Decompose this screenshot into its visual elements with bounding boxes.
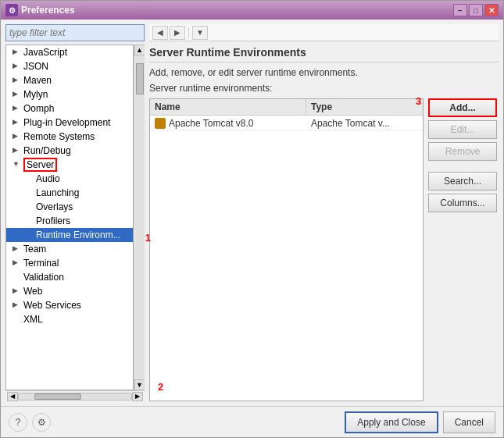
table-body: Apache Tomcat v8.0Apache Tomcat v... xyxy=(150,116,423,131)
tree-item-runtime-env[interactable]: Runtime Environm... xyxy=(6,228,133,242)
tree-label: Mylyn xyxy=(23,89,48,100)
maximize-button[interactable]: □ xyxy=(469,4,483,16)
tree-label: JSON xyxy=(23,61,48,72)
tree-arrow: ▶ xyxy=(13,62,22,71)
back-button[interactable]: ◀ xyxy=(152,26,168,40)
tree-item-profilers[interactable]: Profilers xyxy=(6,214,133,228)
window-title: Preferences xyxy=(21,5,453,16)
search-button[interactable]: Search... xyxy=(428,172,497,191)
panel-sub-label: Server runtime environments: xyxy=(149,83,499,94)
nav-toolbar: ◀ ▶ ▼ xyxy=(149,24,499,41)
tree-arrow: ▶ xyxy=(13,132,22,141)
tree-item-terminal[interactable]: ▶Terminal xyxy=(6,256,133,270)
tree-arrow: ▶ xyxy=(13,104,22,113)
tree-label: Team xyxy=(23,244,46,255)
action-buttons: Add... Edit... Remove Search... Columns.… xyxy=(428,98,499,212)
tree-label: Web Services xyxy=(23,300,81,311)
tree-item-maven[interactable]: ▶Maven xyxy=(6,73,133,87)
tree-item-javascript[interactable]: ▶JavaScript xyxy=(6,45,133,59)
minimize-button[interactable]: − xyxy=(453,4,467,16)
cancel-button[interactable]: Cancel xyxy=(443,411,495,433)
tree-item-xml[interactable]: XML xyxy=(6,312,133,326)
tree-item-server[interactable]: ▼Server xyxy=(6,158,133,172)
preferences-window: ⚙ Preferences − □ ✕ ▶JavaScript▶JSON▶Mav… xyxy=(0,0,504,438)
vertical-scrollbar[interactable]: ▲ ▼ xyxy=(134,45,145,390)
tree-label: Web xyxy=(23,286,42,297)
tree-label: Runtime Environm... xyxy=(36,230,121,240)
nav-dropdown-button[interactable]: ▼ xyxy=(192,26,208,40)
runtime-table: Name Type Apache Tomcat v8.0Apache Tomca… xyxy=(149,98,424,401)
col-name: Name xyxy=(150,99,306,115)
table-row[interactable]: Apache Tomcat v8.0Apache Tomcat v... xyxy=(150,116,423,131)
tree-item-overlays[interactable]: Overlays xyxy=(6,200,133,214)
scroll-down-button[interactable]: ▼ xyxy=(134,379,145,390)
row-name-text: Apache Tomcat v8.0 xyxy=(169,118,254,129)
server-icon xyxy=(155,118,166,129)
horizontal-scrollbar[interactable]: ◀ ▶ xyxy=(5,390,145,401)
right-panel: ◀ ▶ ▼ Server Runtime Environments Add, r… xyxy=(149,24,499,401)
tree-label: Remote Systems xyxy=(23,131,95,142)
h-scroll-thumb[interactable] xyxy=(34,393,81,400)
filter-input[interactable] xyxy=(5,24,145,41)
edit-button[interactable]: Edit... xyxy=(428,120,497,139)
tree-label: Overlays xyxy=(36,201,73,212)
scroll-track xyxy=(135,55,145,379)
tree-label: Oomph xyxy=(23,103,54,114)
tree-item-launching[interactable]: Launching xyxy=(6,186,133,200)
close-button[interactable]: ✕ xyxy=(484,4,499,16)
title-bar: ⚙ Preferences − □ ✕ xyxy=(1,1,503,20)
tree-arrow: ▶ xyxy=(13,90,22,99)
scroll-up-button[interactable]: ▲ xyxy=(134,45,145,55)
main-area: Name Type Apache Tomcat v8.0Apache Tomca… xyxy=(149,98,499,401)
panel-description: Add, remove, or edit server runtime envi… xyxy=(149,67,499,78)
tree-arrow: ▶ xyxy=(13,287,22,296)
h-scroll-track xyxy=(18,393,132,401)
main-content: ▶JavaScript▶JSON▶Maven▶Mylyn▶Oomph▶Plug-… xyxy=(1,20,503,406)
tree-arrow: ▶ xyxy=(13,76,22,85)
left-panel: ▶JavaScript▶JSON▶Maven▶Mylyn▶Oomph▶Plug-… xyxy=(5,24,145,401)
forward-button[interactable]: ▶ xyxy=(170,26,185,40)
tree-item-mylyn[interactable]: ▶Mylyn xyxy=(6,87,133,101)
tree-arrow: ▶ xyxy=(13,146,22,155)
tree-item-team[interactable]: ▶Team xyxy=(6,242,133,256)
tree-item-web-services[interactable]: ▶Web Services xyxy=(6,298,133,312)
tree-item-web[interactable]: ▶Web xyxy=(6,284,133,298)
tree-label: Maven xyxy=(23,75,52,86)
tree-arrow: ▶ xyxy=(13,301,22,310)
tree-item-remote[interactable]: ▶Remote Systems xyxy=(6,130,133,144)
tree-arrow: ▼ xyxy=(13,160,22,169)
footer: ? ⚙ Apply and Close Cancel xyxy=(1,406,503,437)
table-header: Name Type xyxy=(150,99,423,116)
tree-arrow: ▶ xyxy=(13,118,22,127)
columns-button[interactable]: Columns... xyxy=(428,194,497,212)
scroll-thumb[interactable] xyxy=(136,63,144,94)
apply-close-button[interactable]: Apply and Close xyxy=(345,411,438,433)
tree-scroll-container: ▶JavaScript▶JSON▶Maven▶Mylyn▶Oomph▶Plug-… xyxy=(5,45,145,390)
tree-label: Validation xyxy=(23,272,64,283)
tree-label: Run/Debug xyxy=(23,145,71,156)
window-controls: − □ ✕ xyxy=(453,4,499,16)
tree-item-run-debug[interactable]: ▶Run/Debug xyxy=(6,144,133,158)
annotation-2: 2 xyxy=(158,381,163,393)
tree-arrow: ▶ xyxy=(13,244,22,254)
col-type: Type xyxy=(306,99,423,115)
tree-label: Profilers xyxy=(36,215,70,226)
tree-item-plugin-dev[interactable]: ▶Plug-in Development xyxy=(6,116,133,130)
panel-title: Server Runtime Environments xyxy=(149,46,499,62)
scroll-right-button[interactable]: ▶ xyxy=(132,392,143,401)
tree-item-audio[interactable]: Audio xyxy=(6,172,133,186)
preferences-button[interactable]: ⚙ xyxy=(32,413,51,432)
add-button[interactable]: Add... xyxy=(428,98,497,117)
window-icon: ⚙ xyxy=(5,4,18,16)
scroll-left-button[interactable]: ◀ xyxy=(7,392,18,401)
remove-button[interactable]: Remove xyxy=(428,142,497,161)
nav-separator xyxy=(188,27,189,38)
tree-item-oomph[interactable]: ▶Oomph xyxy=(6,101,133,116)
tree-item-validation[interactable]: Validation xyxy=(6,270,133,284)
tree-item-json[interactable]: ▶JSON xyxy=(6,59,133,73)
cell-name: Apache Tomcat v8.0 xyxy=(150,116,306,130)
tree-label: JavaScript xyxy=(23,47,67,58)
tree-arrow: ▶ xyxy=(13,258,22,268)
tree-label: Audio xyxy=(36,173,60,184)
help-button[interactable]: ? xyxy=(9,413,27,432)
